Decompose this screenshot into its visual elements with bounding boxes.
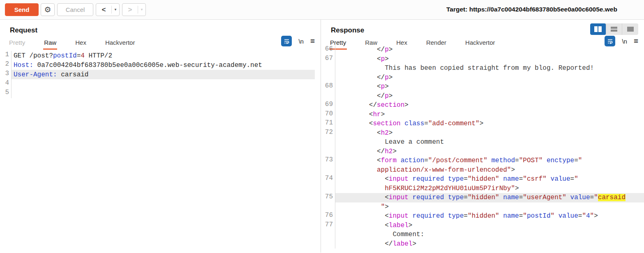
code-line: </p>: [335, 45, 644, 55]
newline-toggle-icon[interactable]: \n: [622, 38, 627, 45]
request-editor[interactable]: 1GET /post?postId=4 HTTP/22Host: 0a7c004…: [0, 50, 321, 98]
line-number: [321, 92, 335, 101]
message-editor-split: Request PrettyRawHexHackvertor \n ≡ 1GET…: [0, 20, 644, 253]
line-number: 72: [321, 129, 335, 138]
back-button[interactable]: < ▼: [96, 3, 120, 16]
line-number: 71: [321, 119, 335, 129]
code-row: 1GET /post?postId=4 HTTP/2: [0, 51, 321, 60]
code-line: <h2>: [335, 129, 644, 138]
tab-hex[interactable]: Hex: [74, 39, 87, 50]
code-row: 74 <input required type="hidden" name="c…: [321, 175, 644, 184]
code-line: </h2>: [335, 147, 644, 156]
back-dropdown-icon[interactable]: ▼: [112, 4, 119, 16]
code-line: <label>: [335, 221, 644, 230]
code-line: </p>: [335, 92, 644, 101]
line-number: 73: [321, 156, 335, 166]
code-line: </section>: [335, 101, 644, 110]
code-row: 67 <p>: [321, 55, 644, 64]
code-row: 4: [0, 79, 321, 89]
line-number: 76: [321, 212, 335, 221]
code-line: ">: [335, 202, 644, 212]
line-number: [321, 64, 335, 73]
split-columns-layout-button[interactable]: [590, 23, 606, 35]
code-line: [12, 89, 315, 98]
line-number: [321, 73, 335, 83]
line-number: 67: [321, 55, 335, 64]
code-line: hF5KRUCi2Mz2pM2dYHU01uUm5P7irNby">: [335, 184, 644, 193]
line-number: 5: [0, 89, 12, 98]
line-number: [321, 138, 335, 147]
request-tab-bar: PrettyRawHexHackvertor \n ≡: [0, 34, 321, 50]
line-number: [321, 184, 335, 193]
send-button[interactable]: Send: [5, 3, 39, 16]
code-row: hF5KRUCi2Mz2pM2dYHU01uUm5P7irNby">: [321, 184, 644, 193]
code-line: [12, 79, 315, 89]
code-line: <p>: [335, 55, 644, 64]
response-panel: Response PrettyRawHexRenderHackvertor \n…: [321, 20, 644, 253]
line-number: [321, 202, 335, 212]
code-row: 68 <p>: [321, 82, 644, 92]
line-number: [321, 230, 335, 239]
line-number: 74: [321, 175, 335, 184]
tab-pretty[interactable]: Pretty: [8, 39, 26, 50]
code-line: Host: 0a7c004204bf683780b5ee0a00c6005e.w…: [12, 60, 315, 70]
code-line: <input required type="hidden" name="post…: [335, 212, 644, 221]
forward-dropdown-icon: ▼: [138, 4, 145, 16]
code-row: 3User-Agent: carsaid: [0, 70, 321, 79]
code-line: <p>: [335, 82, 644, 92]
code-row: 5: [0, 89, 321, 98]
code-row: Leave a comment: [321, 138, 644, 147]
line-number: 2: [0, 60, 12, 70]
cancel-button[interactable]: Cancel: [57, 3, 93, 16]
newline-toggle-icon[interactable]: \n: [298, 38, 304, 45]
send-settings-button[interactable]: ⚙: [41, 3, 55, 16]
code-row: 70 <hr>: [321, 110, 644, 120]
code-line: </p>: [335, 73, 644, 83]
request-tabs: PrettyRawHexHackvertor: [8, 39, 153, 50]
hamburger-menu-icon[interactable]: ≡: [310, 38, 315, 44]
response-viewer[interactable]: 66 </p>67 <p> This has been copied strai…: [321, 45, 644, 248]
request-editor-icons: \n ≡: [281, 36, 315, 50]
line-number: 66: [321, 45, 335, 55]
code-row: 76 <input required type="hidden" name="p…: [321, 212, 644, 221]
code-line: Leave a comment: [335, 138, 644, 147]
code-line: application/x-www-form-urlencoded">: [335, 166, 644, 175]
code-line: This has been copied straight from my bl…: [335, 64, 644, 73]
code-row: 71 <section class="add-comment">: [321, 119, 644, 129]
single-panel-layout-button[interactable]: [622, 23, 638, 35]
code-row: 75 <input required type="hidden" name="u…: [321, 193, 644, 202]
line-number: 1: [0, 51, 12, 60]
tab-hackvertor[interactable]: Hackvertor: [104, 39, 136, 50]
code-row: </p>: [321, 92, 644, 101]
code-line: <hr>: [335, 110, 644, 120]
repeater-toolbar: Send ⚙ Cancel < ▼ > ▼ Target: https://0a…: [0, 0, 644, 20]
code-line: GET /post?postId=4 HTTP/2: [12, 51, 315, 60]
request-panel-title: Request: [0, 20, 321, 34]
code-line: Comment:: [335, 230, 644, 239]
code-row: 2Host: 0a7c004204bf683780b5ee0a00c6005e.…: [0, 60, 321, 70]
code-row: 73 <form action="/post/comment" method="…: [321, 156, 644, 166]
line-number: 3: [0, 70, 12, 79]
code-row: ">: [321, 202, 644, 212]
hamburger-menu-icon[interactable]: ≡: [634, 38, 638, 44]
back-chevron-icon: <: [96, 4, 111, 16]
tab-raw[interactable]: Raw: [43, 39, 57, 50]
code-row: </p>: [321, 73, 644, 83]
target-url: Target: https://0a7c004204bf683780b5ee0a…: [446, 6, 644, 13]
line-number: 69: [321, 101, 335, 110]
code-line: User-Agent: carsaid: [12, 70, 315, 79]
word-wrap-icon[interactable]: [281, 36, 292, 46]
code-row: Comment:: [321, 230, 644, 239]
line-number: [321, 166, 335, 175]
gear-icon: ⚙: [44, 5, 51, 14]
layout-switcher: [590, 23, 638, 35]
line-number: [321, 147, 335, 156]
code-line: <input required type="hidden" name="user…: [335, 193, 644, 202]
code-row: This has been copied straight from my bl…: [321, 64, 644, 73]
code-row: 66 </p>: [321, 45, 644, 55]
split-rows-layout-button[interactable]: [606, 23, 622, 35]
code-row: application/x-www-form-urlencoded">: [321, 166, 644, 175]
code-line: </label>: [335, 239, 644, 249]
line-number: 68: [321, 82, 335, 92]
line-number: [321, 239, 335, 249]
